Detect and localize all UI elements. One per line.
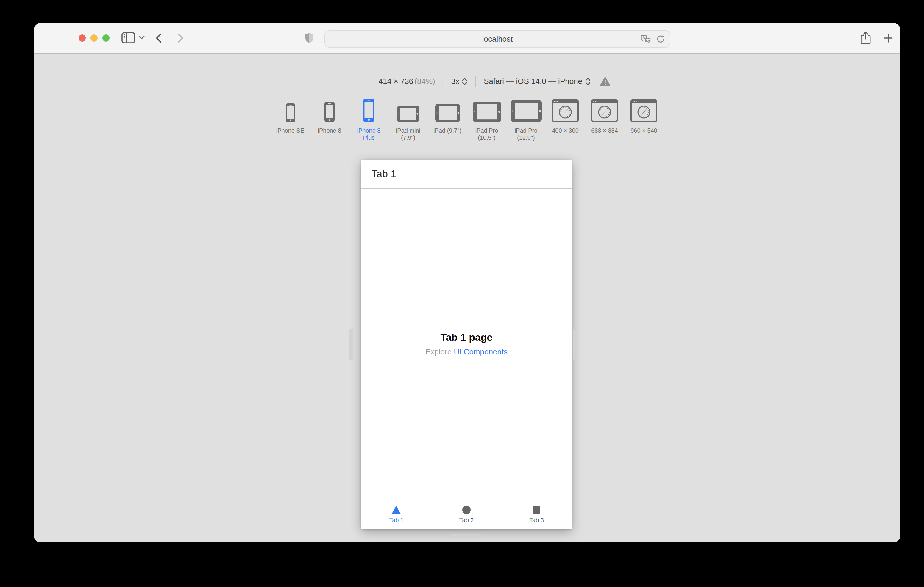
traffic-lights — [79, 35, 109, 42]
address-bar-actions: A — [640, 31, 665, 47]
svg-text:A: A — [642, 35, 645, 39]
zoom-window-button[interactable] — [102, 35, 109, 42]
simulated-viewport: Tab 1 Tab 1 page Explore UI Components T… — [361, 160, 571, 529]
app-tab-bar: Tab 1 Tab 2 Tab 3 — [361, 500, 571, 529]
translate-button[interactable]: A — [640, 35, 651, 43]
device-label: iPhone 8 — [318, 127, 342, 135]
browser-window-icon — [591, 99, 618, 122]
viewport-zoom-percent: (84%) — [414, 77, 435, 86]
explore-text: Explore — [426, 347, 452, 356]
circle-icon — [462, 505, 471, 515]
device-label: 683 × 384 — [591, 127, 618, 135]
device-iphone-8[interactable]: iPhone 8 — [313, 97, 346, 135]
device-iphone-8-plus[interactable]: iPhone 8 Plus — [352, 97, 386, 141]
browser-window-icon — [552, 99, 579, 122]
viewport-resize-handle-bottom[interactable] — [451, 534, 482, 538]
device-ipad-pro-10-5[interactable]: iPad Pro (10.5") — [470, 97, 503, 141]
app-tab-1[interactable]: Tab 1 — [361, 500, 431, 529]
device-custom-400x300[interactable]: 400 × 300 — [549, 97, 582, 135]
stepper-updown-icon — [585, 77, 591, 86]
device-label: 400 × 300 — [552, 127, 579, 135]
phone-icon — [325, 102, 335, 122]
user-agent-selector[interactable]: Safari — iOS 14.0 — iPhone — [484, 77, 591, 86]
app-tab-label: Tab 2 — [459, 517, 474, 523]
triangle-icon — [391, 505, 402, 515]
console-warnings-button[interactable] — [599, 76, 610, 86]
device-label: iPhone 8 Plus — [352, 127, 386, 141]
viewport-dimensions: 414 × 736 — [379, 77, 413, 86]
device-label: iPad Pro (12.9") — [509, 127, 543, 141]
device-ipad-mini[interactable]: iPad mini (7.9") — [391, 97, 425, 141]
sidebar-menu-button[interactable] — [139, 36, 145, 40]
address-bar-url: localhost — [482, 35, 513, 43]
translate-icon: A — [640, 35, 651, 43]
app-nav-title: Tab 1 — [371, 168, 396, 180]
tablet-icon — [397, 106, 419, 122]
device-iphone-se[interactable]: iPhone SE — [274, 97, 307, 135]
app-tab-label: Tab 1 — [389, 517, 404, 523]
new-tab-button[interactable] — [883, 33, 893, 43]
tablet-icon — [510, 100, 541, 122]
user-agent-value: Safari — iOS 14.0 — iPhone — [484, 77, 582, 86]
divider — [475, 76, 476, 87]
new-tab-icon — [883, 33, 893, 43]
safari-window: localhost A — [34, 23, 900, 543]
device-label: 960 × 540 — [630, 127, 657, 135]
shield-icon — [305, 32, 314, 43]
tablet-icon — [472, 102, 501, 122]
forward-icon — [177, 33, 184, 43]
device-label: iPad Pro (10.5") — [470, 127, 503, 141]
rdm-toolbar: 414 × 736(84%) 3x Safari — iOS 14.0 — iP… — [379, 76, 610, 87]
phone-icon — [285, 104, 295, 122]
back-button[interactable] — [155, 33, 162, 43]
pixel-ratio-stepper[interactable]: 3x — [451, 77, 468, 86]
share-icon — [860, 31, 871, 44]
pixel-ratio-value: 3x — [451, 77, 459, 86]
device-label: iPad (9.7") — [434, 127, 461, 135]
browser-toolbar: localhost A — [34, 23, 900, 54]
device-custom-960x540[interactable]: 960 × 540 — [627, 97, 660, 135]
chevron-down-icon — [139, 36, 145, 40]
back-icon — [155, 33, 162, 43]
ui-components-link[interactable]: UI Components — [454, 347, 508, 356]
device-ipad[interactable]: iPad (9.7") — [431, 97, 464, 135]
device-custom-683x384[interactable]: 683 × 384 — [588, 97, 621, 135]
sidebar-toggle-button[interactable] — [122, 32, 135, 43]
device-preset-row: iPhone SE iPhone 8 iPhone 8 Pl — [34, 97, 900, 141]
app-tab-2[interactable]: Tab 2 — [431, 500, 501, 529]
minimize-window-button[interactable] — [91, 35, 97, 42]
square-icon — [532, 506, 541, 514]
app-tab-3[interactable]: Tab 3 — [502, 500, 571, 529]
device-ipad-pro-12-9[interactable]: iPad Pro (12.9") — [509, 97, 543, 141]
device-label: iPhone SE — [276, 127, 305, 135]
divider — [443, 76, 444, 87]
viewport-resize-handle-right[interactable] — [573, 329, 576, 360]
close-window-button[interactable] — [79, 35, 86, 42]
app-nav-bar: Tab 1 — [361, 160, 571, 189]
screen: localhost A — [0, 0, 924, 587]
warning-icon — [599, 76, 610, 86]
device-label: iPad mini (7.9") — [391, 127, 425, 141]
page-title: Tab 1 page — [440, 332, 492, 344]
browser-window-icon — [630, 99, 657, 122]
address-bar[interactable]: localhost A — [325, 30, 670, 48]
share-button[interactable] — [860, 31, 871, 44]
reload-button[interactable] — [656, 35, 665, 43]
page-subtitle: Explore UI Components — [426, 347, 508, 356]
stepper-updown-icon — [462, 77, 468, 86]
phone-icon — [363, 99, 375, 122]
app-page-content: Tab 1 page Explore UI Components — [361, 189, 571, 500]
viewport-size-label: 414 × 736(84%) — [379, 77, 435, 86]
privacy-report-button[interactable] — [305, 32, 314, 43]
reload-icon — [656, 35, 665, 43]
forward-button[interactable] — [177, 33, 184, 43]
tablet-icon — [435, 104, 460, 122]
viewport-resize-handle-left[interactable] — [350, 329, 353, 360]
app-tab-label: Tab 3 — [529, 516, 544, 523]
sidebar-toggle-icon — [122, 32, 135, 43]
